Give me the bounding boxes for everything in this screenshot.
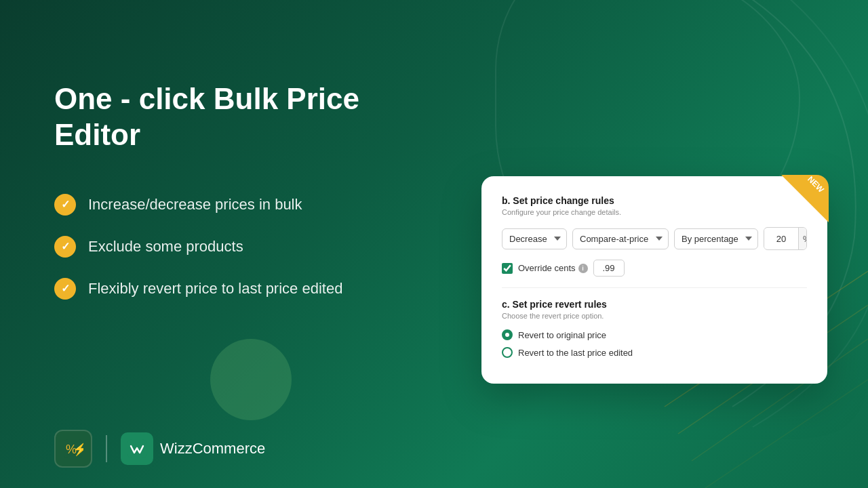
- section-c-title: c. Set price revert rules: [502, 299, 807, 310]
- override-info-icon[interactable]: i: [578, 264, 588, 273]
- svg-line-3: [705, 380, 868, 488]
- wizzcommerce-logo-icon: [121, 432, 153, 465]
- cents-input[interactable]: [593, 260, 625, 277]
- section-b: b. Set price change rules Configure your…: [502, 195, 807, 288]
- section-c: c. Set price revert rules Choose the rev…: [502, 299, 807, 358]
- check-icon-3: ✓: [54, 278, 76, 300]
- wizzcommerce-name: WizzCommerce: [160, 440, 265, 458]
- section-c-subtitle: Choose the revert price option.: [502, 312, 807, 320]
- percentage-group: % ▲ ▼: [764, 227, 807, 250]
- radio-last-icon: [502, 347, 513, 358]
- page-title: One - click Bulk Price Editor: [54, 81, 448, 153]
- radio-original-icon: [502, 329, 513, 340]
- radio-last-label: Revert to the last price edited: [518, 348, 633, 358]
- svg-text:⚡: ⚡: [73, 442, 83, 457]
- radio-original-label: Revert to original price: [518, 330, 606, 340]
- radio-option-last[interactable]: Revert to the last price edited: [502, 347, 807, 358]
- section-b-title: b. Set price change rules: [502, 195, 807, 206]
- branding-bar: % ⚡ WizzCommerce: [54, 430, 265, 468]
- decrease-select[interactable]: Decrease Increase: [502, 228, 567, 249]
- check-icon-1: ✓: [54, 194, 76, 216]
- app-icon: % ⚡: [54, 430, 92, 468]
- feature-text-1: Increase/decrease prices in bulk: [88, 196, 302, 214]
- left-panel: One - click Bulk Price Editor ✓ Increase…: [54, 81, 448, 300]
- feature-item-3: ✓ Flexibly revert price to last price ed…: [54, 278, 448, 300]
- radio-option-original[interactable]: Revert to original price: [502, 329, 807, 340]
- feature-item-1: ✓ Increase/decrease prices in bulk: [54, 194, 448, 216]
- feature-item-2: ✓ Exclude some products: [54, 236, 448, 258]
- brand-divider: [106, 435, 107, 462]
- price-editor-card: NEW b. Set price change rules Configure …: [481, 176, 827, 384]
- compare-select[interactable]: Compare-at-price Price: [572, 228, 669, 249]
- by-percentage-select[interactable]: By percentage By amount: [674, 228, 758, 249]
- feature-text-3: Flexibly revert price to last price edit…: [88, 280, 342, 298]
- override-cents-label: Override cents i: [518, 263, 588, 273]
- section-b-subtitle: Configure your price change details.: [502, 208, 807, 216]
- override-cents-row: Override cents i: [502, 260, 807, 288]
- override-cents-checkbox[interactable]: [502, 263, 513, 274]
- wizzcommerce-brand: WizzCommerce: [121, 432, 265, 465]
- feature-text-2: Exclude some products: [88, 238, 243, 256]
- percentage-sign: %: [798, 228, 807, 249]
- controls-row: Decrease Increase Compare-at-price Price…: [502, 227, 807, 250]
- new-badge-text: NEW: [806, 175, 825, 194]
- check-icon-2: ✓: [54, 236, 76, 258]
- card-container: NEW b. Set price change rules Configure …: [481, 176, 827, 384]
- decorative-circle: [210, 339, 292, 420]
- percentage-input[interactable]: [764, 229, 798, 249]
- feature-list: ✓ Increase/decrease prices in bulk ✓ Exc…: [54, 194, 448, 300]
